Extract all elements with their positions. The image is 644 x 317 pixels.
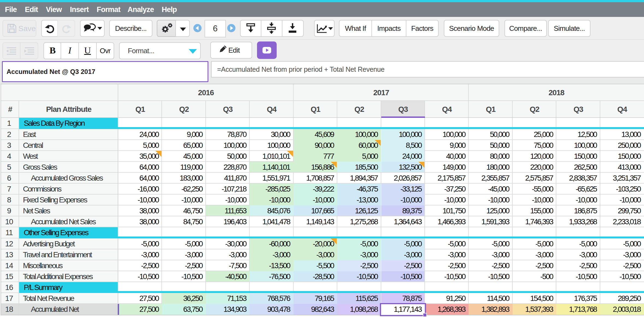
- svg-text:Save: Save: [18, 24, 36, 33]
